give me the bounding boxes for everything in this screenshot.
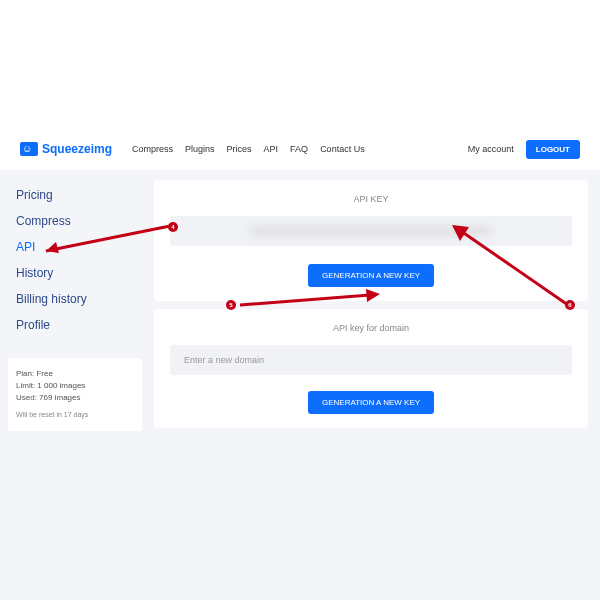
nav-compress[interactable]: Compress [132,144,173,154]
content-area: Pricing Compress API History Billing his… [0,170,600,600]
callout-4: 4 [168,222,178,232]
generate-key-button[interactable]: GENERATION A NEW KEY [308,264,434,287]
plan-info-box: Plan: Free Limit: 1 000 images Used: 769… [8,358,142,431]
plan-limit: Limit: 1 000 images [16,380,134,392]
sidebar-item-billing-history[interactable]: Billing history [0,286,150,312]
nav-api[interactable]: API [264,144,279,154]
header-right: My account LOGOUT [468,140,580,159]
callout-5: 5 [226,300,236,310]
generate-domain-key-button[interactable]: GENERATION A NEW KEY [308,391,434,414]
top-header: Squeezeimg Compress Plugins Prices API F… [0,135,600,163]
nav-plugins[interactable]: Plugins [185,144,215,154]
sidebar-item-profile[interactable]: Profile [0,312,150,338]
plan-reset: Will be reset in 17 days [16,410,134,421]
plan-used: Used: 769 images [16,392,134,404]
sidebar-item-api[interactable]: API [0,234,150,260]
top-nav: Compress Plugins Prices API FAQ Contact … [132,144,365,154]
blurred-key-text [250,227,491,235]
main-content: API KEY GENERATION A NEW KEY API key for… [150,170,600,600]
my-account-link[interactable]: My account [468,144,514,154]
domain-key-card: API key for domain GENERATION A NEW KEY [154,309,588,428]
nav-contact[interactable]: Contact Us [320,144,365,154]
logo-text: Squeezeimg [42,142,112,156]
domain-input[interactable] [170,345,572,375]
sidebar-item-pricing[interactable]: Pricing [0,182,150,208]
sidebar: Pricing Compress API History Billing his… [0,170,150,600]
nav-prices[interactable]: Prices [227,144,252,154]
nav-faq[interactable]: FAQ [290,144,308,154]
api-key-card: API KEY GENERATION A NEW KEY [154,180,588,301]
plan-name: Plan: Free [16,368,134,380]
domain-card-title: API key for domain [170,323,572,333]
logo[interactable]: Squeezeimg [20,142,112,156]
callout-6: 6 [565,300,575,310]
logo-icon [20,142,38,156]
sidebar-item-history[interactable]: History [0,260,150,286]
api-key-title: API KEY [170,194,572,204]
api-key-value[interactable] [170,216,572,246]
sidebar-item-compress[interactable]: Compress [0,208,150,234]
logout-button[interactable]: LOGOUT [526,140,580,159]
